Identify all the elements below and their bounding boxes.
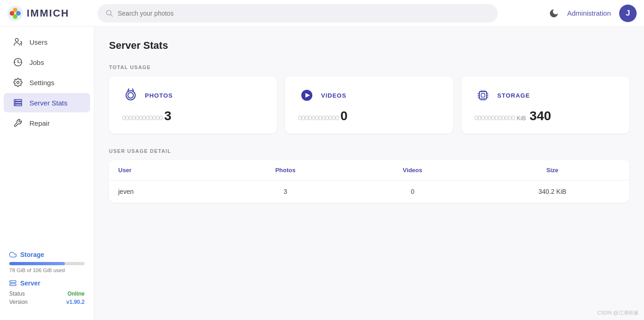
moon-icon [549, 8, 559, 18]
videos-dots: 000000000000 [298, 114, 339, 122]
svg-point-14 [15, 105, 16, 105]
logo-text: IMMICH [27, 7, 69, 19]
server-label: Server [9, 279, 85, 287]
col-header-photos: Photos [221, 160, 350, 180]
server-section: Server Status Online Version v1.90.2 [9, 279, 85, 305]
sidebar: Users Jobs [0, 27, 94, 320]
svg-line-6 [111, 14, 113, 16]
storage-value-row: 000000000000 KiB 340 [474, 109, 616, 123]
sidebar-item-server-stats[interactable]: Server Stats [4, 93, 90, 112]
play-icon [298, 87, 316, 104]
photos-value-row: 000000000000 3 [122, 109, 264, 123]
search-icon [106, 10, 113, 17]
sidebar-nav: Users Jobs [0, 32, 94, 133]
svg-point-8 [17, 81, 19, 84]
sidebar-item-repair[interactable]: Repair [4, 113, 90, 133]
storage-card-header: STORAGE [474, 87, 616, 104]
main-content: Server Stats TOTAL USAGE PHOTOS [94, 27, 644, 320]
search-bar[interactable] [98, 4, 498, 23]
storage-section: Storage 78 GiB of 106 GiB used [9, 251, 85, 273]
videos-value-row: 000000000000 0 [298, 109, 440, 123]
app-header: IMMICH Administration J [0, 0, 644, 27]
cell-videos: 0 [350, 180, 476, 203]
svg-point-3 [13, 8, 17, 12]
chip-icon [474, 87, 492, 104]
administration-link[interactable]: Administration [567, 9, 611, 17]
storage-text: 78 GiB of 106 GiB used [9, 268, 85, 273]
sidebar-bottom: Storage 78 GiB of 106 GiB used Server [0, 244, 94, 314]
repair-icon [13, 118, 23, 128]
sidebar-item-settings-label: Settings [29, 79, 54, 87]
videos-card-header: VIDEOS [298, 87, 440, 104]
svg-point-12 [15, 100, 16, 101]
videos-number: 0 [340, 109, 348, 123]
avatar[interactable]: J [619, 5, 637, 22]
table-head: User Photos Videos Size [109, 160, 629, 180]
total-usage-label: TOTAL USAGE [109, 64, 629, 70]
cell-photos: 3 [221, 180, 350, 203]
watermark: CSDN @江湖有缘 [598, 309, 638, 316]
page-title: Server Stats [109, 40, 629, 52]
sidebar-item-users[interactable]: Users [4, 32, 90, 52]
svg-rect-22 [481, 93, 485, 97]
dark-mode-button[interactable] [549, 8, 559, 18]
storage-bar-bg [9, 262, 85, 265]
settings-icon [13, 78, 23, 87]
camera-icon [122, 87, 139, 104]
storage-label: Storage [9, 251, 85, 258]
photos-card: PHOTOS 000000000000 3 [109, 76, 277, 134]
usage-table: User Photos Videos Size jeven 3 0 340.2 … [109, 160, 629, 203]
user-usage-section: USER USAGE DETAIL User Photos Videos Siz… [109, 148, 629, 203]
sidebar-item-jobs-label: Jobs [29, 58, 44, 66]
photos-dots: 000000000000 [122, 114, 162, 122]
table-header-row: User Photos Videos Size [109, 160, 629, 180]
body-layout: Users Jobs [0, 27, 644, 320]
server-version-row: Version v1.90.2 [9, 299, 85, 305]
videos-card: VIDEOS 000000000000 0 [285, 76, 453, 134]
svg-rect-21 [479, 92, 487, 99]
svg-point-4 [13, 14, 17, 19]
storage-dots: 000000000000 [474, 114, 515, 122]
photos-number: 3 [164, 109, 172, 123]
table-body: jeven 3 0 340.2 KiB [109, 180, 629, 203]
photos-card-header: PHOTOS [122, 87, 264, 104]
header-actions: Administration J [549, 5, 637, 22]
sidebar-item-repair-label: Repair [29, 119, 50, 127]
users-icon [13, 37, 23, 47]
photos-card-name: PHOTOS [145, 92, 173, 99]
sidebar-item-jobs[interactable]: Jobs [4, 52, 90, 72]
logo-icon [7, 6, 23, 21]
storage-card-name: STORAGE [497, 92, 530, 99]
storage-card: STORAGE 000000000000 KiB 340 [461, 76, 629, 134]
table-row: jeven 3 0 340.2 KiB [109, 180, 629, 203]
server-icon [9, 279, 17, 287]
cloud-icon [9, 251, 17, 258]
svg-point-7 [15, 39, 18, 42]
logo-area: IMMICH [7, 6, 90, 21]
sidebar-item-users-label: Users [29, 38, 47, 46]
storage-number: 340 [529, 109, 551, 123]
storage-bar-fill [9, 262, 65, 265]
sidebar-item-settings[interactable]: Settings [4, 73, 90, 92]
user-usage-label: USER USAGE DETAIL [109, 148, 629, 154]
server-status-row: Status Online [9, 291, 85, 297]
search-input[interactable] [118, 10, 489, 17]
jobs-icon [13, 58, 23, 67]
sidebar-item-server-stats-label: Server Stats [29, 99, 68, 107]
cell-user: jeven [109, 180, 221, 203]
videos-card-name: VIDEOS [321, 92, 346, 99]
col-header-videos: Videos [350, 160, 476, 180]
server-stats-icon [13, 98, 23, 107]
stats-cards: PHOTOS 000000000000 3 VIDEOS [109, 76, 629, 134]
col-header-size: Size [476, 160, 629, 180]
svg-point-13 [15, 102, 16, 103]
storage-unit: KiB [517, 115, 526, 122]
cell-size: 340.2 KiB [476, 180, 629, 203]
col-header-user: User [109, 160, 221, 180]
